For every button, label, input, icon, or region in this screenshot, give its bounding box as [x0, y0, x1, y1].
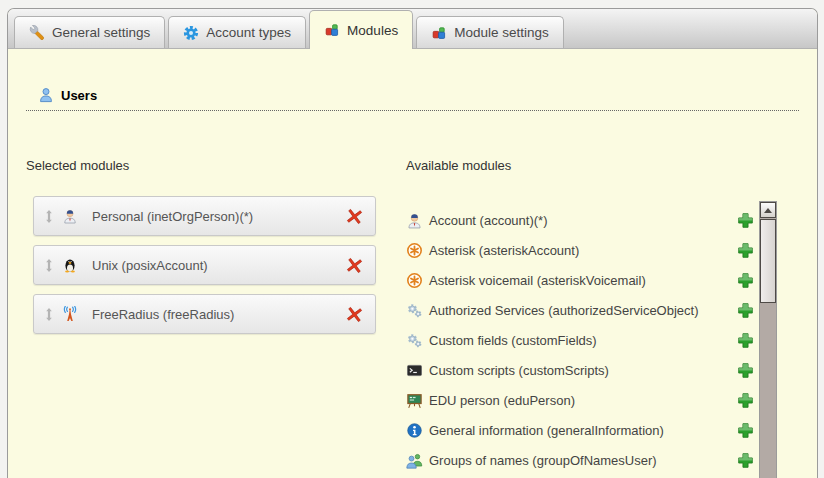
tab-modules[interactable]: Modules: [309, 10, 413, 49]
available-module-label: Asterisk (asteriskAccount): [429, 243, 737, 258]
person-icon: [62, 208, 78, 224]
add-module-button[interactable]: [737, 452, 754, 469]
section-title: Users: [61, 88, 97, 103]
add-module-button[interactable]: [737, 272, 754, 289]
scrollbar-thumb[interactable]: [760, 219, 776, 303]
available-modules-scrollbar[interactable]: [759, 201, 777, 478]
available-module-label: Authorized Services (authorizedServiceOb…: [429, 303, 737, 318]
add-plus-icon: [737, 452, 754, 469]
available-module-row: EDU person (eduPerson): [406, 385, 754, 415]
modules-icon: [324, 22, 340, 38]
chalkboard-icon: [406, 392, 423, 409]
add-plus-icon: [737, 272, 754, 289]
modules-tab-content: Users Selected modules Available modules…: [8, 49, 817, 478]
available-modules-label: Available modules: [406, 158, 511, 173]
selected-module-row[interactable]: Personal (inetOrgPerson)(*): [33, 196, 376, 236]
add-module-button[interactable]: [737, 332, 754, 349]
add-plus-icon: [737, 242, 754, 259]
tab-label: Account types: [206, 25, 291, 40]
remove-module-button[interactable]: [346, 208, 363, 225]
group-icon: [406, 452, 423, 469]
tab-bar: General settings Account types Modules: [8, 9, 817, 49]
available-module-label: Custom fields (customFields): [429, 333, 737, 348]
available-module-label: Custom scripts (customScripts): [429, 363, 737, 378]
add-module-button[interactable]: [737, 302, 754, 319]
delete-x-icon: [346, 257, 363, 274]
available-module-label: Account (account)(*): [429, 213, 737, 228]
add-plus-icon: [737, 302, 754, 319]
users-section-heading: Users: [26, 87, 799, 111]
selected-module-label: Unix (posixAccount): [92, 258, 346, 273]
available-module-row: Asterisk voicemail (asteriskVoicemail): [406, 265, 754, 295]
user-icon: [38, 87, 54, 103]
available-module-row: Authorized Services (authorizedServiceOb…: [406, 295, 754, 325]
selected-module-label: Personal (inetOrgPerson)(*): [92, 209, 346, 224]
radio-antenna-icon: [62, 306, 78, 322]
tab-module-settings[interactable]: Module settings: [416, 16, 564, 48]
gears-icon: [406, 302, 423, 319]
gears-icon: [406, 332, 423, 349]
available-module-row: General information (generalInformation): [406, 415, 754, 445]
available-module-label: Asterisk voicemail (asteriskVoicemail): [429, 273, 737, 288]
drag-handle-icon[interactable]: [44, 307, 54, 322]
drag-handle-icon[interactable]: [44, 258, 54, 273]
add-plus-icon: [737, 212, 754, 229]
tab-label: Modules: [347, 23, 398, 38]
selected-modules-list: Personal (inetOrgPerson)(*): [33, 196, 376, 343]
modules-icon: [431, 25, 447, 41]
add-plus-icon: [737, 332, 754, 349]
available-module-row: Account (account)(*): [406, 205, 754, 235]
available-module-label: Groups of names (groupOfNamesUser): [429, 453, 737, 468]
add-plus-icon: [737, 392, 754, 409]
scroll-up-button[interactable]: [760, 202, 776, 218]
add-module-button[interactable]: [737, 242, 754, 259]
selected-modules-label: Selected modules: [26, 158, 129, 173]
available-module-row: Groups of names (groupOfNamesUser): [406, 445, 754, 475]
add-module-button[interactable]: [737, 422, 754, 439]
available-module-label: General information (generalInformation): [429, 423, 737, 438]
drag-handle-icon[interactable]: [44, 209, 54, 224]
info-icon: [406, 422, 423, 439]
selected-module-row[interactable]: FreeRadius (freeRadius): [33, 294, 376, 334]
gear-icon: [183, 25, 199, 41]
remove-module-button[interactable]: [346, 306, 363, 323]
add-plus-icon: [737, 362, 754, 379]
add-plus-icon: [737, 422, 754, 439]
delete-x-icon: [346, 306, 363, 323]
add-module-button[interactable]: [737, 212, 754, 229]
terminal-icon: [406, 362, 423, 379]
person-icon: [406, 212, 423, 229]
available-module-row: Custom fields (customFields): [406, 325, 754, 355]
tab-account-types[interactable]: Account types: [168, 16, 306, 48]
add-module-button[interactable]: [737, 392, 754, 409]
available-module-row: Asterisk (asteriskAccount): [406, 235, 754, 265]
asterisk-icon: [406, 242, 423, 259]
triangle-up-icon: [764, 208, 772, 213]
remove-module-button[interactable]: [346, 257, 363, 274]
asterisk-icon: [406, 272, 423, 289]
tux-penguin-icon: [62, 257, 78, 273]
selected-module-row[interactable]: Unix (posixAccount): [33, 245, 376, 285]
tab-general-settings[interactable]: General settings: [14, 16, 165, 48]
available-modules-list: Account (account)(*) Asterisk (asteriskA…: [406, 205, 754, 478]
delete-x-icon: [346, 208, 363, 225]
available-module-label: EDU person (eduPerson): [429, 393, 737, 408]
add-module-button[interactable]: [737, 362, 754, 379]
tab-label: Module settings: [454, 25, 549, 40]
config-window: General settings Account types Modules: [7, 8, 818, 478]
selected-module-label: FreeRadius (freeRadius): [92, 307, 346, 322]
tab-label: General settings: [52, 25, 150, 40]
available-module-row: Custom scripts (customScripts): [406, 355, 754, 385]
wrench-icon: [29, 25, 45, 41]
